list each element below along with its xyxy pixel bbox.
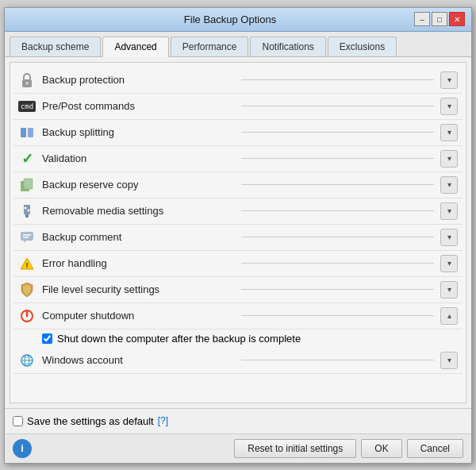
section-pre-post[interactable]: cmd Pre/Post commands ▾ (13, 94, 463, 120)
svg-rect-10 (21, 232, 33, 241)
svg-point-1 (25, 82, 29, 85)
shutdown-option-label: Shut down the computer after the backup … (57, 333, 301, 345)
main-window: File Backup Options – □ ✕ Backup scheme … (4, 7, 472, 464)
save-default-container: Save the settings as default [?] (13, 415, 463, 427)
error-handling-label: Error handling (42, 257, 235, 269)
bottom-bar: i Reset to initial settings OK Cancel (5, 433, 471, 463)
backup-splitting-chevron[interactable]: ▾ (440, 124, 458, 141)
computer-shutdown-chevron[interactable]: ▴ (440, 307, 458, 325)
divider (241, 263, 434, 264)
divider (241, 158, 434, 159)
divider (241, 106, 434, 106)
terminal-icon: cmd (18, 98, 36, 115)
footer-bar: Save the settings as default [?] (5, 408, 471, 433)
save-default-checkbox[interactable] (13, 416, 23, 426)
section-computer-shutdown[interactable]: Computer shutdown ▴ (13, 303, 463, 329)
info-button[interactable]: i (13, 439, 32, 458)
section-backup-splitting[interactable]: Backup splitting ▾ (13, 120, 463, 146)
svg-point-9 (28, 209, 30, 211)
tab-exclusions[interactable]: Exclusions (328, 37, 397, 56)
title-bar: File Backup Options – □ ✕ (5, 8, 471, 32)
tab-backup-scheme[interactable]: Backup scheme (10, 37, 101, 56)
section-backup-protection[interactable]: Backup protection ▾ (13, 67, 463, 94)
divider (241, 289, 434, 290)
pre-post-label: Pre/Post commands (42, 100, 235, 112)
tab-notifications[interactable]: Notifications (250, 37, 325, 56)
svg-rect-2 (21, 128, 26, 137)
section-backup-reserve[interactable]: Backup reserve copy ▾ (13, 172, 463, 198)
backup-reserve-label: Backup reserve copy (42, 179, 235, 191)
divider (241, 315, 434, 316)
computer-shutdown-label: Computer shutdown (42, 310, 235, 322)
save-default-label: Save the settings as default (27, 415, 154, 427)
removable-media-label: Removable media settings (42, 205, 235, 217)
maximize-button[interactable]: □ (432, 12, 447, 26)
section-windows-account[interactable]: Windows account ▾ (13, 348, 463, 374)
tab-performance[interactable]: Performance (171, 37, 249, 56)
removable-media-chevron[interactable]: ▾ (440, 202, 458, 220)
minimize-button[interactable]: – (414, 12, 430, 26)
validation-chevron[interactable]: ▾ (440, 150, 458, 168)
shutdown-option-row: Shut down the computer after the backup … (13, 329, 463, 348)
svg-rect-3 (28, 128, 33, 137)
ok-button[interactable]: OK (361, 439, 401, 458)
window-controls: – □ ✕ (414, 12, 465, 26)
divider (241, 237, 434, 237)
shutdown-checkbox[interactable] (42, 333, 52, 344)
power-icon (18, 307, 36, 325)
split-icon (18, 124, 36, 141)
backup-splitting-label: Backup splitting (42, 126, 235, 138)
divider (241, 132, 434, 133)
tab-advanced[interactable]: Advanced (102, 37, 168, 57)
lock-icon (18, 71, 36, 89)
copy-icon (18, 176, 36, 194)
windows-account-label: Windows account (42, 354, 235, 366)
divider (241, 79, 434, 80)
svg-rect-7 (25, 214, 29, 218)
section-file-security[interactable]: File level security settings ▾ (13, 277, 463, 303)
content-area: Backup protection ▾ cmd Pre/Post command… (10, 62, 466, 403)
section-backup-comment[interactable]: Backup comment ▾ (13, 225, 463, 251)
section-error-handling[interactable]: ! Error handling ▾ (13, 251, 463, 277)
svg-text:!: ! (26, 261, 29, 269)
usb-icon (18, 202, 36, 220)
backup-protection-label: Backup protection (42, 74, 235, 86)
svg-point-8 (25, 206, 27, 209)
pre-post-chevron[interactable]: ▾ (440, 98, 458, 115)
checkmark-icon: ✓ (18, 150, 36, 168)
security-icon (18, 281, 36, 299)
error-handling-chevron[interactable]: ▾ (440, 255, 458, 272)
backup-comment-label: Backup comment (42, 231, 235, 243)
warning-icon: ! (18, 255, 36, 272)
windows-account-chevron[interactable]: ▾ (440, 352, 458, 369)
close-button[interactable]: ✕ (449, 12, 465, 26)
divider (241, 360, 434, 360)
svg-marker-11 (24, 241, 26, 243)
backup-comment-chevron[interactable]: ▾ (440, 229, 458, 246)
backup-reserve-chevron[interactable]: ▾ (440, 176, 458, 194)
cancel-button[interactable]: Cancel (407, 439, 463, 458)
section-validation[interactable]: ✓ Validation ▾ (13, 146, 463, 172)
windows-icon (18, 352, 36, 369)
backup-protection-chevron[interactable]: ▾ (440, 71, 458, 89)
window-title: File Backup Options (46, 13, 414, 25)
help-link[interactable]: [?] (158, 415, 168, 426)
divider (241, 210, 434, 211)
comment-icon (18, 229, 36, 246)
reset-button[interactable]: Reset to initial settings (234, 439, 356, 458)
section-removable-media[interactable]: Removable media settings ▾ (13, 198, 463, 225)
file-security-label: File level security settings (42, 283, 235, 295)
validation-label: Validation (42, 152, 235, 164)
file-security-chevron[interactable]: ▾ (440, 281, 458, 299)
tab-bar: Backup scheme Advanced Performance Notif… (5, 32, 471, 57)
svg-rect-5 (24, 179, 33, 189)
divider (241, 184, 434, 185)
